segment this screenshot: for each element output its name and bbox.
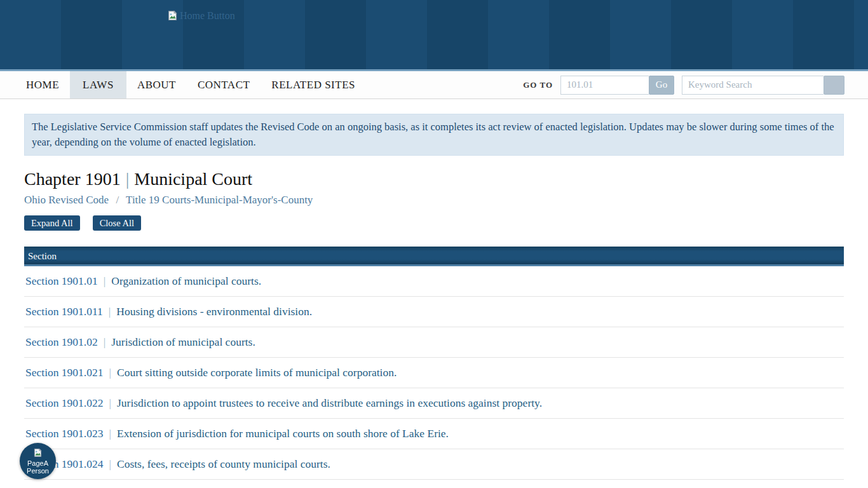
section-row: Section 1901.026|Territorial jurisdictio… [24,480,844,488]
chapter-name: Municipal Court [134,169,252,189]
expand-all-button[interactable]: Expand All [24,215,80,231]
section-number-link[interactable]: Section 1901.023 [25,427,104,440]
section-number-link[interactable]: Section 1901.011 [25,305,103,318]
title-separator: | [121,169,135,189]
section-number-link[interactable]: Section 1901.02 [25,336,98,348]
site-header: Home Button [0,0,868,71]
action-buttons: Expand All Close All [24,215,844,231]
section-row: Section 1901.024|Costs, fees, receipts o… [24,449,844,480]
widget-alt-line-1: PageA [27,459,48,467]
section-title-link[interactable]: Court sitting outside corporate limits o… [117,366,397,379]
nav-bar: HOMELAWSABOUTCONTACTRELATED SITES GO TO … [0,71,868,99]
broken-image-icon [167,10,178,24]
nav-menu: HOMELAWSABOUTCONTACTRELATED SITES [15,71,366,98]
section-separator: | [104,427,118,440]
breadcrumb-separator: / [111,194,123,206]
breadcrumb: Ohio Revised Code / Title 19 Courts-Muni… [24,194,844,207]
section-separator: | [98,274,112,287]
section-table-header: Section [24,247,844,266]
section-list: Section 1901.01|Organization of municipa… [24,266,844,488]
page-assist-widget-button[interactable]: PageA Person [20,443,56,479]
breadcrumb-link-title-19[interactable]: Title 19 Courts-Municipal-Mayor's-County [126,194,313,206]
page-title: Chapter 1901|Municipal Court [24,169,844,189]
section-row: Section 1901.02|Jurisdiction of municipa… [24,327,844,358]
home-button-link[interactable]: Home Button [167,10,235,24]
section-row: Section 1901.022|Jurisdiction to appoint… [24,388,844,419]
search-button[interactable] [824,76,844,95]
section-separator: | [103,305,117,318]
section-title-link[interactable]: Housing divisions - environmental divisi… [116,305,312,318]
section-title-link[interactable]: Jurisdiction to appoint trustees to rece… [117,396,542,409]
home-button-alt-text: Home Button [180,10,235,22]
section-title-link[interactable]: Costs, fees, receipts of county municipa… [117,458,330,470]
section-separator: | [104,396,118,409]
section-title-link[interactable]: Jurisdiction of municipal courts. [111,336,255,348]
chapter-number: Chapter 1901 [24,169,121,189]
section-row: Section 1901.011|Housing divisions - env… [24,297,844,327]
section-row: Section 1901.021|Court sitting outside c… [24,358,844,388]
goto-label: GO TO [523,80,553,90]
section-separator: | [104,366,118,379]
section-number-link[interactable]: Section 1901.022 [25,396,104,409]
breadcrumb-link-ohio-revised-code[interactable]: Ohio Revised Code [24,194,109,206]
broken-image-icon [33,448,43,459]
goto-input[interactable] [560,76,649,95]
section-title-link[interactable]: Extension of jurisdiction for municipal … [117,427,449,440]
section-title-link[interactable]: Organization of municipal courts. [111,274,261,287]
section-separator: | [98,336,112,348]
nav-item-home[interactable]: HOME [15,71,70,98]
nav-item-contact[interactable]: CONTACT [187,71,261,98]
section-row: Section 1901.023|Extension of jurisdicti… [24,419,844,449]
section-row: Section 1901.01|Organization of municipa… [24,266,844,297]
nav-item-laws[interactable]: LAWS [70,71,126,98]
section-number-link[interactable]: Section 1901.01 [25,274,98,287]
section-separator: | [104,458,118,470]
go-button[interactable]: Go [649,76,674,95]
nav-controls: GO TO Go [523,71,844,98]
main-content: The Legislative Service Commission staff… [0,114,868,488]
widget-alt-line-2: Person [27,467,49,475]
keyword-search-input[interactable] [682,76,824,95]
section-number-link[interactable]: Section 1901.021 [25,366,104,379]
update-notice-banner: The Legislative Service Commission staff… [24,114,844,156]
close-all-button[interactable]: Close All [93,215,141,231]
nav-item-related-sites[interactable]: RELATED SITES [261,71,366,98]
section-table: Section Section 1901.01|Organization of … [24,247,844,488]
nav-item-about[interactable]: ABOUT [126,71,187,98]
